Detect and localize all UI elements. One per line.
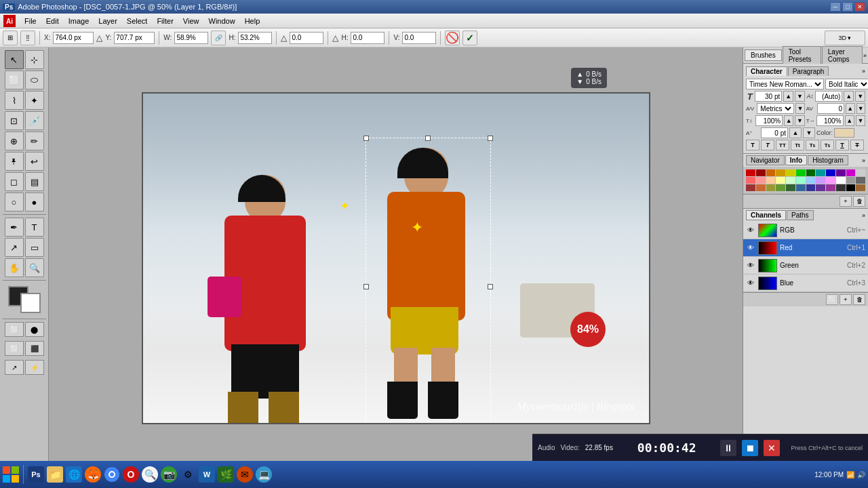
taskbar-photoshop[interactable]: Ps: [28, 466, 44, 483]
menu-window[interactable]: Window: [205, 16, 239, 26]
rgb-channel-row[interactable]: 👁 RGB Ctrl+~: [743, 222, 868, 239]
font-style-select[interactable]: Bold Italic: [825, 79, 868, 89]
menu-view[interactable]: View: [179, 16, 203, 26]
color-swatch-item[interactable]: [836, 184, 846, 191]
italic-button[interactable]: T: [761, 140, 774, 150]
close-button[interactable]: ✕: [854, 2, 865, 12]
h-scale-up[interactable]: ▲: [845, 115, 854, 126]
close-video-button[interactable]: ✕: [764, 440, 780, 456]
channels-expand-btn[interactable]: »: [862, 212, 865, 219]
blue-channel-row[interactable]: 👁 Blue Ctrl+3: [743, 274, 868, 292]
small-caps-button[interactable]: Tt: [791, 140, 804, 150]
taskbar-mail[interactable]: ✉: [237, 466, 253, 483]
start-button[interactable]: [3, 466, 19, 483]
color-swatch-item[interactable]: [836, 177, 846, 184]
font-family-select[interactable]: Times New Roman...: [746, 79, 824, 89]
color-swatch-item[interactable]: [776, 184, 785, 191]
color-swatch-item[interactable]: [806, 177, 816, 184]
superscript-button[interactable]: Ts: [806, 140, 819, 150]
ch-delete-btn[interactable]: 🗑: [853, 294, 865, 305]
gradient-tool[interactable]: ▤: [25, 172, 44, 191]
color-swatch-item[interactable]: [806, 184, 816, 191]
baseline-down[interactable]: ▼: [803, 127, 815, 138]
fullscreen-mode[interactable]: ⬛: [25, 341, 44, 356]
color-swatch-item[interactable]: [846, 184, 856, 191]
tracking-input[interactable]: [817, 103, 844, 114]
menu-file[interactable]: File: [20, 16, 41, 26]
red-visibility-icon[interactable]: 👁: [746, 243, 755, 253]
menu-help[interactable]: Help: [241, 16, 264, 26]
swatches-new-btn[interactable]: +: [840, 196, 852, 207]
h-input[interactable]: [238, 32, 272, 44]
rotation-input[interactable]: [290, 32, 323, 44]
character-tab[interactable]: Character: [746, 66, 787, 76]
blue-visibility-icon[interactable]: 👁: [746, 279, 755, 288]
color-swatch-item[interactable]: [846, 177, 856, 184]
menu-select[interactable]: Select: [123, 16, 152, 26]
menu-filter[interactable]: Filter: [153, 16, 177, 26]
color-swatch-item[interactable]: [816, 169, 825, 176]
paragraph-tab[interactable]: Paragraph: [788, 66, 829, 76]
color-swatch-item[interactable]: [756, 184, 766, 191]
color-swatch-item[interactable]: [756, 169, 766, 176]
bold-button[interactable]: T: [746, 140, 760, 150]
h-scale-down[interactable]: ▼: [856, 115, 865, 126]
taskbar-photos[interactable]: 📷: [161, 466, 177, 483]
tracking-down[interactable]: ▼: [856, 103, 865, 114]
info-tab[interactable]: Info: [785, 155, 807, 165]
taskbar-word[interactable]: W: [199, 466, 215, 483]
move-tool[interactable]: ↖: [5, 50, 24, 69]
tool-options-icon[interactable]: ⊞: [3, 30, 18, 45]
taskbar-ie[interactable]: 🌐: [66, 466, 82, 483]
baseline-input[interactable]: [761, 127, 788, 138]
color-swatch-item[interactable]: [796, 184, 806, 191]
underline-button[interactable]: T: [835, 140, 849, 150]
magic-wand-tool[interactable]: ✦: [25, 91, 44, 110]
h-scale-input[interactable]: [816, 115, 844, 126]
pen-tool[interactable]: ✒: [5, 218, 24, 237]
color-swatch-item[interactable]: [776, 169, 785, 176]
rgb-visibility-icon[interactable]: 👁: [746, 226, 755, 235]
path-select-tool[interactable]: ↗: [5, 238, 24, 257]
zoom-tool[interactable]: 🔍: [25, 258, 44, 277]
maximize-button[interactable]: □: [842, 2, 853, 12]
marquee-ellipse-tool[interactable]: ⬭: [25, 70, 44, 89]
color-swatch-item[interactable]: [746, 184, 755, 191]
healing-brush-tool[interactable]: ⊕: [5, 131, 24, 150]
y-input[interactable]: [114, 32, 155, 44]
color-swatch-item[interactable]: [796, 177, 806, 184]
extra-tool-2[interactable]: ⚡: [25, 360, 44, 375]
confirm-transform-button[interactable]: ✓: [462, 30, 477, 45]
color-swatch-item[interactable]: [826, 177, 835, 184]
swatches-delete-btn[interactable]: 🗑: [853, 196, 865, 207]
minimize-button[interactable]: ─: [830, 2, 841, 12]
taskbar-plant[interactable]: 🌿: [218, 466, 234, 483]
text-tool[interactable]: T: [25, 218, 44, 237]
color-swatch-item[interactable]: [766, 177, 776, 184]
tool-presets-tab[interactable]: Tool Presets: [783, 46, 821, 65]
text-color-swatch[interactable]: [834, 128, 854, 138]
history-brush-tool[interactable]: ↩: [25, 152, 44, 171]
taskbar-folder[interactable]: 📁: [47, 466, 63, 483]
quick-mask-mode[interactable]: ⬤: [25, 322, 44, 337]
taskbar-search[interactable]: 🔍: [142, 466, 158, 483]
color-swatch-item[interactable]: [806, 169, 816, 176]
green-channel-row[interactable]: 👁 Green Ctrl+2: [743, 257, 868, 274]
color-swatch-item[interactable]: [826, 184, 835, 191]
color-swatch-item[interactable]: [756, 177, 766, 184]
ch-new-btn[interactable]: +: [840, 294, 852, 305]
strikethrough-button[interactable]: T: [850, 140, 864, 150]
v-scale-down[interactable]: ▼: [795, 115, 804, 126]
color-swatch-item[interactable]: [786, 169, 795, 176]
crop-tool[interactable]: ⊡: [5, 111, 24, 130]
menu-edit[interactable]: Edit: [42, 16, 63, 26]
cancel-transform-button[interactable]: 🚫: [445, 30, 460, 45]
menu-image[interactable]: Image: [64, 16, 94, 26]
menu-layer[interactable]: Layer: [94, 16, 121, 26]
subscript-button[interactable]: Ts: [821, 140, 834, 150]
brush-tool[interactable]: ✏: [25, 131, 44, 150]
font-size-down[interactable]: ▼: [795, 91, 805, 102]
histogram-tab[interactable]: Histogram: [808, 155, 848, 165]
ch-add-mask-btn[interactable]: ⬜: [826, 294, 838, 305]
color-swatch-item[interactable]: [796, 169, 806, 176]
